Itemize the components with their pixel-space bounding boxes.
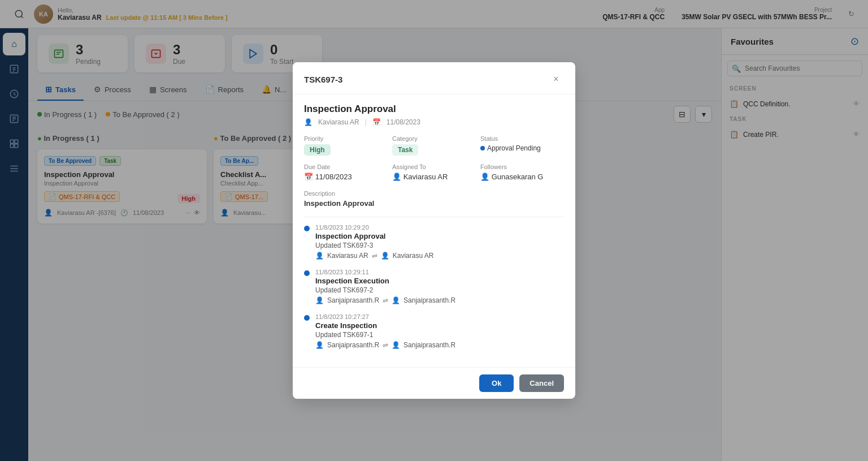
timeline-dot-1 <box>304 270 310 276</box>
modal-field-followers: Followers 👤 Gunasekaran G <box>480 163 564 181</box>
modal-fields: Priority High Category Task Status Appro… <box>304 135 564 181</box>
modal-priority-value: High <box>304 144 331 156</box>
timeline-to-2: Sanjaiprasanth.R <box>403 341 455 349</box>
timeline-entry-2: 11/8/2023 10:27:27 Create Inspection Upd… <box>304 313 564 349</box>
modal-assignedto-value: 👤 Kaviarasu AR <box>392 173 476 181</box>
timeline-from-icon-0: 👤 <box>315 252 324 260</box>
modal-status-value: Approval Pending <box>480 144 564 152</box>
modal-close-button[interactable]: × <box>548 71 564 87</box>
modal-meta: 👤 Kaviarasu AR | 📅 11/08/2023 <box>304 118 564 126</box>
timeline-from-0: Kaviarasu AR <box>327 252 368 260</box>
modal-field-assignedto: Assigned To 👤 Kaviarasu AR <box>392 163 476 181</box>
timeline-entry-0: 11/8/2023 10:29:20 Inspection Approval U… <box>304 224 564 260</box>
timeline-content-0: 11/8/2023 10:29:20 Inspection Approval U… <box>315 224 564 260</box>
timeline-update-1: Updated TSK697-2 <box>315 286 564 294</box>
modal-field-category: Category Task <box>392 135 476 156</box>
timeline-to-icon-0: 👤 <box>381 252 389 260</box>
modal-created-date: 11/08/2023 <box>387 118 420 126</box>
timeline-users-1: 👤 Sanjaiprasanth.R ⇌ 👤 Sanjaiprasanth.R <box>315 296 564 304</box>
modal-task-title: Inspection Approval <box>304 104 564 115</box>
modal-duedate-value: 📅 11/08/2023 <box>304 173 388 181</box>
timeline-time-1: 11/8/2023 10:29:11 <box>315 269 564 275</box>
timeline-update-2: Updated TSK697-1 <box>315 331 564 339</box>
timeline-dot-col-2 <box>304 313 310 349</box>
timeline-update-0: Updated TSK697-3 <box>315 242 564 249</box>
modal-field-duedate: Due Date 📅 11/08/2023 <box>304 163 388 181</box>
timeline-arrow-2: ⇌ <box>383 341 388 349</box>
timeline-arrow-0: ⇌ <box>372 252 377 260</box>
timeline-to-icon-1: 👤 <box>392 296 400 304</box>
timeline-content-2: 11/8/2023 10:27:27 Create Inspection Upd… <box>315 313 564 349</box>
timeline-time-2: 11/8/2023 10:27:27 <box>315 313 564 320</box>
timeline-action-2: Create Inspection <box>315 321 564 330</box>
modal-timeline: 11/8/2023 10:29:20 Inspection Approval U… <box>304 217 564 349</box>
timeline-from-1: Sanjaiprasanth.R <box>327 296 379 304</box>
modal-header: TSK697-3 × <box>293 62 575 94</box>
modal-calendar-icon: 📅 <box>372 118 381 126</box>
modal-field-priority: Priority High <box>304 135 388 156</box>
calendar-icon-small: 📅 <box>304 173 313 181</box>
timeline-action-0: Inspection Approval <box>315 232 564 240</box>
status-dot-icon <box>480 146 485 150</box>
modal-description-value: Inspection Approval <box>304 199 564 208</box>
timeline-content-1: 11/8/2023 10:29:11 Inspection Execution … <box>315 269 564 304</box>
timeline-users-0: 👤 Kaviarasu AR ⇌ 👤 Kaviarasu AR <box>315 252 564 260</box>
modal-body: Inspection Approval 👤 Kaviarasu AR | 📅 1… <box>293 94 575 367</box>
timeline-entry-1: 11/8/2023 10:29:11 Inspection Execution … <box>304 269 564 304</box>
modal-description-label: Description <box>304 190 564 197</box>
modal-category-value: Task <box>392 144 418 156</box>
timeline-to-icon-2: 👤 <box>392 341 400 349</box>
timeline-users-2: 👤 Sanjaiprasanth.R ⇌ 👤 Sanjaiprasanth.R <box>315 341 564 349</box>
timeline-arrow-1: ⇌ <box>383 296 388 304</box>
modal-cancel-button[interactable]: Cancel <box>519 374 564 392</box>
user-icon-followers: 👤 <box>480 173 489 181</box>
modal-task-id: TSK697-3 <box>304 75 342 84</box>
modal-created-by: Kaviarasu AR <box>318 118 359 126</box>
modal-followers-value: 👤 Gunasekaran G <box>480 173 564 181</box>
modal-footer: Ok Cancel <box>293 367 575 399</box>
modal-overlay: TSK697-3 × Inspection Approval 👤 Kaviara… <box>0 0 868 461</box>
timeline-from-icon-1: 👤 <box>315 296 324 304</box>
modal-ok-button[interactable]: Ok <box>479 374 514 392</box>
modal-field-status: Status Approval Pending <box>480 135 564 156</box>
modal-meta-user-icon: 👤 <box>304 118 313 126</box>
modal: TSK697-3 × Inspection Approval 👤 Kaviara… <box>293 62 575 399</box>
timeline-from-2: Sanjaiprasanth.R <box>327 341 379 349</box>
timeline-dot-col-1 <box>304 269 310 304</box>
timeline-to-0: Kaviarasu AR <box>393 252 434 260</box>
timeline-dot-col-0 <box>304 224 310 260</box>
timeline-dot-0 <box>304 226 310 231</box>
timeline-from-icon-2: 👤 <box>315 341 324 349</box>
timeline-time-0: 11/8/2023 10:29:20 <box>315 224 564 231</box>
timeline-action-1: Inspection Execution <box>315 277 564 285</box>
timeline-dot-2 <box>304 315 310 321</box>
timeline-to-1: Sanjaiprasanth.R <box>403 296 455 304</box>
user-icon-assigned: 👤 <box>392 173 401 181</box>
